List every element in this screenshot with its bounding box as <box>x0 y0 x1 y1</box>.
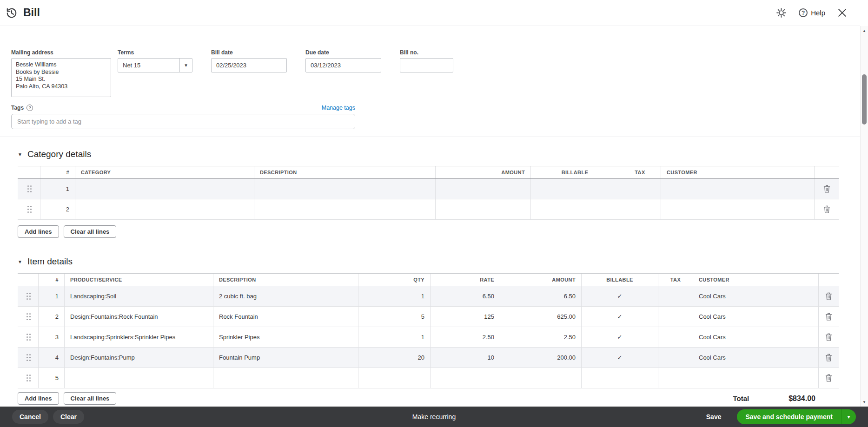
amount-cell[interactable]: 200.00 <box>500 348 581 368</box>
category-cell[interactable] <box>75 199 254 219</box>
cancel-button[interactable]: Cancel <box>12 410 48 424</box>
product-service-cell[interactable]: Landscaping:Sprinklers:Sprinkler Pipes <box>64 327 213 347</box>
description-cell[interactable] <box>213 368 358 388</box>
amount-cell[interactable]: 2.50 <box>500 327 581 347</box>
product-service-cell[interactable]: Landscaping:Soil <box>64 286 213 306</box>
tax-cell[interactable] <box>658 286 693 306</box>
description-cell[interactable]: Rock Fountain <box>213 307 358 327</box>
drag-handle-icon[interactable] <box>18 348 38 368</box>
description-cell[interactable]: Fountain Pump <box>213 348 358 368</box>
drag-handle-icon[interactable] <box>18 327 38 347</box>
rate-cell[interactable]: 2.50 <box>430 327 500 347</box>
qty-cell[interactable]: 1 <box>358 327 430 347</box>
trash-icon[interactable] <box>818 348 839 368</box>
chevron-down-icon[interactable]: ▾ <box>179 59 192 72</box>
manage-tags-link[interactable]: Manage tags <box>322 105 355 111</box>
clear-button[interactable]: Clear <box>53 410 84 424</box>
collapse-category-icon[interactable]: ▼ <box>18 152 22 157</box>
scrollbar-thumb[interactable] <box>862 74 867 125</box>
drag-handle-icon[interactable] <box>18 286 38 306</box>
bill-no-input[interactable] <box>400 58 453 72</box>
row-num: 3 <box>38 327 64 347</box>
qty-cell[interactable]: 5 <box>358 307 430 327</box>
drag-handle-icon[interactable] <box>18 199 40 219</box>
rate-cell[interactable]: 125 <box>430 307 500 327</box>
recent-transactions-icon[interactable] <box>6 7 18 19</box>
category-details-section: ▼ Category details # CATEGORY DESCRIPTIO… <box>0 137 860 238</box>
rate-cell[interactable] <box>430 368 500 388</box>
header-drag-col <box>18 166 40 178</box>
tax-cell[interactable] <box>658 327 693 347</box>
category-add-lines-button[interactable]: Add lines <box>18 225 59 238</box>
billable-checkbox[interactable] <box>581 368 658 388</box>
header-billable: BILLABLE <box>530 166 619 178</box>
customer-cell[interactable]: Cool Cars <box>693 327 818 347</box>
description-cell[interactable]: Sprinkler Pipes <box>213 327 358 347</box>
customer-cell[interactable] <box>661 179 814 199</box>
billable-checkbox[interactable]: ✓ <box>581 327 658 347</box>
tax-cell[interactable] <box>658 348 693 368</box>
bill-date-input[interactable] <box>211 58 287 72</box>
tax-cell[interactable] <box>619 199 661 219</box>
amount-cell[interactable] <box>500 368 581 388</box>
trash-icon[interactable] <box>818 286 839 306</box>
qty-cell[interactable]: 1 <box>358 286 430 306</box>
billable-checkbox[interactable]: ✓ <box>581 286 658 306</box>
description-cell[interactable] <box>254 199 435 219</box>
collapse-item-icon[interactable]: ▼ <box>18 259 22 264</box>
scroll-up-icon[interactable]: ▲ <box>861 27 868 34</box>
amount-cell[interactable]: 625.00 <box>500 307 581 327</box>
amount-cell[interactable] <box>435 179 530 199</box>
tax-cell[interactable] <box>658 307 693 327</box>
qty-cell[interactable]: 20 <box>358 348 430 368</box>
customer-cell[interactable] <box>661 199 814 219</box>
amount-cell[interactable]: 6.50 <box>500 286 581 306</box>
due-date-input[interactable] <box>305 58 381 72</box>
category-clear-all-lines-button[interactable]: Clear all lines <box>64 225 117 238</box>
rate-cell[interactable]: 6.50 <box>430 286 500 306</box>
product-service-cell[interactable]: Design:Fountains:Pump <box>64 348 213 368</box>
product-service-cell[interactable]: Design:Fountains:Rock Fountain <box>64 307 213 327</box>
tax-cell[interactable] <box>619 179 661 199</box>
billable-cell[interactable] <box>530 179 619 199</box>
close-icon[interactable] <box>837 8 847 18</box>
gear-icon[interactable] <box>776 7 787 18</box>
billable-checkbox[interactable]: ✓ <box>581 307 658 327</box>
customer-cell[interactable]: Cool Cars <box>693 348 818 368</box>
billable-checkbox[interactable]: ✓ <box>581 348 658 368</box>
vertical-scrollbar[interactable]: ▲ ▼ <box>860 26 868 407</box>
save-button[interactable]: Save <box>699 410 729 424</box>
trash-icon[interactable] <box>814 199 839 219</box>
header-drag-col <box>18 274 38 286</box>
amount-cell[interactable] <box>435 199 530 219</box>
drag-handle-icon[interactable] <box>18 368 38 388</box>
rate-cell[interactable]: 10 <box>430 348 500 368</box>
trash-icon[interactable] <box>818 368 839 388</box>
chevron-down-icon[interactable]: ▾ <box>841 409 856 424</box>
trash-icon[interactable] <box>814 179 839 199</box>
customer-cell[interactable] <box>693 368 818 388</box>
item-clear-all-lines-button[interactable]: Clear all lines <box>64 392 117 405</box>
trash-icon[interactable] <box>818 327 839 347</box>
customer-cell[interactable]: Cool Cars <box>693 286 818 306</box>
tags-input[interactable] <box>11 114 355 129</box>
category-cell[interactable] <box>75 179 254 199</box>
item-add-lines-button[interactable]: Add lines <box>18 392 59 405</box>
description-cell[interactable]: 2 cubic ft. bag <box>213 286 358 306</box>
trash-icon[interactable] <box>818 307 839 327</box>
billable-cell[interactable] <box>530 199 619 219</box>
scroll-down-icon[interactable]: ▼ <box>861 398 868 406</box>
terms-select[interactable]: Net 15 ▾ <box>118 58 192 72</box>
tax-cell[interactable] <box>658 368 693 388</box>
customer-cell[interactable]: Cool Cars <box>693 307 818 327</box>
save-and-schedule-payment-button[interactable]: Save and schedule payment ▾ <box>737 409 856 424</box>
qty-cell[interactable] <box>358 368 430 388</box>
description-cell[interactable] <box>254 179 435 199</box>
drag-handle-icon[interactable] <box>18 179 40 199</box>
mailing-address-field[interactable]: Bessie Williams Books by Bessie 15 Main … <box>11 58 111 97</box>
product-service-cell[interactable] <box>64 368 213 388</box>
drag-handle-icon[interactable] <box>18 307 38 327</box>
tags-help-icon[interactable]: ? <box>27 105 33 111</box>
make-recurring-button[interactable]: Make recurring <box>412 413 456 420</box>
help-button[interactable]: ? Help <box>799 8 825 17</box>
